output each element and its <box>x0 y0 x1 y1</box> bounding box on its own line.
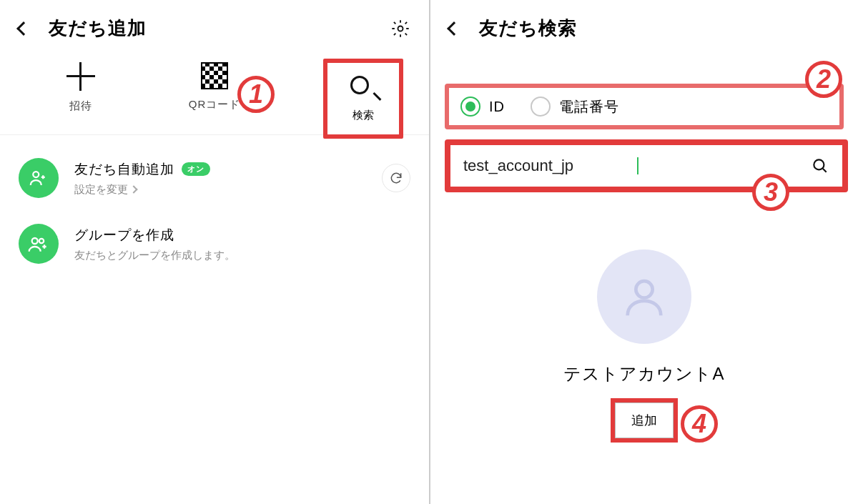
search-type-selector: ID 電話番号 2 <box>445 84 844 129</box>
search-input-wrap: test_account_jp 3 <box>445 139 848 192</box>
auto-add-sub: 設定を変更 <box>74 183 128 197</box>
invite-label: 招待 <box>69 99 92 113</box>
result-avatar-icon <box>597 249 691 344</box>
friend-search-screen: 友だち検索 ID 電話番号 2 test_account_jp 3 <box>429 0 858 504</box>
search-icon <box>350 76 376 102</box>
on-badge: オン <box>182 162 210 176</box>
annotation-marker-4: 4 <box>681 405 718 443</box>
add-button-highlight: 追加 4 <box>611 398 678 443</box>
text-cursor <box>637 157 638 174</box>
header-right: 友だち検索 <box>430 0 858 48</box>
add-friend-button[interactable]: 追加 <box>615 402 674 438</box>
page-title: 友だち追加 <box>49 16 390 41</box>
auto-add-avatar-icon <box>19 158 59 198</box>
svg-point-4 <box>814 159 824 169</box>
refresh-button[interactable] <box>382 164 410 192</box>
auto-add-main: 友だち自動追加 オン 設定を変更 <box>74 160 366 197</box>
search-input-value: test_account_jp <box>463 157 636 175</box>
radio-id-label: ID <box>489 99 505 115</box>
svg-point-5 <box>636 281 652 297</box>
create-group-title: グループを作成 <box>74 226 174 244</box>
settings-gear-icon[interactable] <box>390 19 410 39</box>
svg-point-3 <box>39 239 44 243</box>
back-icon[interactable] <box>16 21 31 36</box>
annotation-marker-2: 2 <box>805 61 842 98</box>
svg-point-0 <box>398 26 403 31</box>
annotation-marker-1: 1 <box>237 76 275 113</box>
plus-icon <box>66 62 95 91</box>
header: 友だち追加 <box>0 0 429 48</box>
back-icon[interactable] <box>447 21 461 36</box>
search-button[interactable]: 検索 <box>323 59 403 139</box>
search-label: 検索 <box>352 109 374 122</box>
auto-add-title: 友だち自動追加 <box>74 160 174 179</box>
annotation-marker-3: 3 <box>752 174 789 211</box>
invite-button[interactable]: 招待 <box>45 62 117 113</box>
auto-add-friends-row[interactable]: 友だち自動追加 オン 設定を変更 <box>0 145 429 211</box>
svg-point-2 <box>32 238 38 244</box>
radio-id[interactable]: ID <box>460 97 505 117</box>
search-result: テストアカウントA 追加 4 <box>430 249 858 443</box>
search-submit-icon[interactable] <box>811 157 829 175</box>
add-friends-screen: 友だち追加 招待 QRコード 検索 1 <box>0 0 429 504</box>
radio-unselected-icon <box>531 97 551 117</box>
qrcode-icon <box>201 62 228 89</box>
svg-point-1 <box>33 172 39 177</box>
result-username: テストアカウントA <box>430 362 858 385</box>
create-group-main: グループを作成 友だちとグループを作成します。 <box>74 226 410 262</box>
page-title-right: 友だち検索 <box>479 16 839 41</box>
create-group-sub: 友だちとグループを作成します。 <box>74 249 235 262</box>
create-group-row[interactable]: グループを作成 友だちとグループを作成します。 <box>0 211 429 277</box>
create-group-avatar-icon <box>19 224 59 264</box>
radio-selected-icon <box>460 97 480 117</box>
radio-phone-label: 電話番号 <box>559 97 619 117</box>
radio-phone[interactable]: 電話番号 <box>531 97 619 117</box>
qrcode-label: QRコード <box>189 98 241 112</box>
chevron-right-icon <box>129 185 137 193</box>
